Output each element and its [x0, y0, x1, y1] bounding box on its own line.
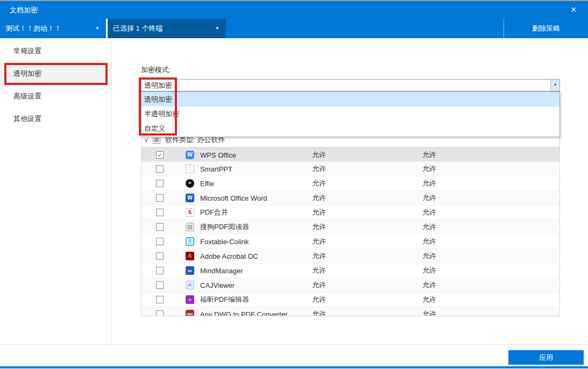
- row-checkbox[interactable]: [156, 281, 164, 289]
- table-row[interactable]: DWG Any DWG to PDF Converter 允许 允许: [141, 307, 559, 316]
- sidebar-item-other-settings[interactable]: 其他设置: [0, 108, 111, 130]
- table-row[interactable]: ✒ Effie 允许 允许: [141, 176, 559, 191]
- permission-2[interactable]: 允许: [422, 237, 436, 246]
- sogou-pdf-reader-icon: ⊡: [186, 223, 194, 231]
- permission-1[interactable]: 允许: [312, 266, 326, 275]
- table-row[interactable]: ⇅ PDF合并 允许 允许: [141, 205, 559, 220]
- table-row[interactable]: A Adobe Acrobat DC 允许 允许: [141, 249, 559, 264]
- app-name: PDF合并: [200, 208, 228, 217]
- software-table: ∨ 软件类型: 办公软件 ✓ W WPS Office 允许 允许 ▢ Smar…: [141, 132, 560, 316]
- effie-icon: ✒: [186, 179, 194, 188]
- ms-word-icon: W: [186, 194, 194, 202]
- encryption-mode-label: 加密模式:: [141, 65, 171, 75]
- document-encryption-dialog: 文档加密 ✕ 测试！！勿动！！ ▼ 已选择 1 个终端 ▼ 删除策略 常规设置透…: [0, 0, 588, 369]
- permission-1[interactable]: 允许: [312, 179, 326, 188]
- sidebar-item-advanced-settings[interactable]: 高级设置: [0, 85, 111, 108]
- permission-1[interactable]: 允许: [312, 150, 326, 160]
- app-name: MindManager: [200, 267, 243, 275]
- app-name: Any DWG to PDF Converter: [200, 310, 288, 317]
- table-row[interactable]: ⊡ 搜狗PDF阅读器 允许 允许: [141, 220, 559, 235]
- sidebar: 常规设置透明加密高级设置其他设置: [0, 38, 112, 344]
- permission-1[interactable]: 允许: [312, 193, 326, 203]
- table-row[interactable]: W Microsoft Office Word 允许 允许: [141, 191, 559, 205]
- foxtable-icon: ≣: [186, 237, 194, 246]
- dropdown-option-2[interactable]: 自定义: [141, 121, 559, 136]
- dialog-title: 文档加密: [10, 1, 38, 19]
- permission-2[interactable]: 允许: [422, 266, 436, 275]
- permission-1[interactable]: 允许: [312, 208, 326, 217]
- terminal-dropdown-label: 已选择 1 个终端: [113, 19, 162, 38]
- app-name: Microsoft Office Word: [200, 194, 267, 202]
- app-name: 搜狗PDF阅读器: [200, 222, 249, 232]
- smartppt-icon: ▢: [186, 165, 194, 173]
- permission-1[interactable]: 允许: [312, 295, 326, 304]
- encryption-mode-dropdown-list: 透明加密半透明加密自定义: [141, 91, 560, 137]
- group-checkbox-indeterminate[interactable]: [153, 136, 160, 144]
- app-name: WPS Office: [200, 151, 236, 159]
- terminal-dropdown[interactable]: 已选择 1 个终端 ▼: [108, 19, 226, 38]
- delete-policy-button[interactable]: 删除策略: [504, 19, 588, 38]
- sidebar-item-transparent-encryption[interactable]: 透明加密: [0, 62, 111, 85]
- row-checkbox[interactable]: [156, 267, 164, 274]
- close-icon[interactable]: ✕: [564, 1, 583, 19]
- table-row[interactable]: ➢ 福昕PDF编辑器 允许 允许: [141, 293, 559, 307]
- row-checkbox[interactable]: [156, 252, 164, 260]
- permission-2[interactable]: 允许: [422, 309, 436, 316]
- row-checkbox[interactable]: ✓: [156, 151, 164, 159]
- adobe-acrobat-icon: A: [186, 252, 194, 260]
- permission-2[interactable]: 允许: [422, 280, 436, 290]
- app-name: 福昕PDF编辑器: [200, 295, 249, 304]
- table-row[interactable]: ≣ Foxtable-Colink 允许 允许: [141, 235, 559, 249]
- permission-1[interactable]: 允许: [312, 309, 326, 316]
- foxit-pdf-editor-icon: ➢: [186, 295, 194, 304]
- window-bottom-edge: [0, 366, 588, 368]
- row-checkbox[interactable]: [156, 238, 164, 245]
- encryption-mode-combobox[interactable]: 透明加密 ▾: [141, 79, 560, 91]
- table-row[interactable]: ✓ W WPS Office 允许 允许: [141, 147, 559, 162]
- row-checkbox[interactable]: [156, 180, 164, 187]
- permission-2[interactable]: 允许: [422, 193, 436, 203]
- permission-1[interactable]: 允许: [312, 280, 326, 290]
- chevron-down-icon[interactable]: ∨: [144, 137, 148, 144]
- apply-button[interactable]: 应用: [508, 350, 584, 365]
- permission-2[interactable]: 允许: [422, 164, 436, 174]
- row-checkbox[interactable]: [156, 194, 164, 202]
- row-checkbox[interactable]: [156, 296, 164, 303]
- permission-2[interactable]: 允许: [422, 222, 436, 232]
- titlebar: 文档加密 ✕: [0, 1, 588, 19]
- app-name: Foxtable-Colink: [200, 238, 249, 246]
- sidebar-item-general-settings[interactable]: 常规设置: [0, 40, 111, 62]
- row-checkbox[interactable]: [156, 223, 164, 231]
- permission-1[interactable]: 允许: [312, 164, 326, 174]
- policy-dropdown[interactable]: 测试！！勿动！！ ▼: [0, 19, 106, 38]
- wps-office-icon: W: [186, 151, 194, 159]
- combobox-arrow-icon[interactable]: ▾: [550, 80, 559, 91]
- row-checkbox[interactable]: [156, 310, 164, 316]
- table-row[interactable]: ✍ CAJViewer 允许 允许: [141, 278, 559, 293]
- policy-dropdown-label: 测试！！勿动！！: [5, 19, 61, 38]
- sidebar-item-label: 常规设置: [13, 47, 41, 55]
- table-row[interactable]: ▢ SmartPPT 允许 允许: [141, 162, 559, 176]
- sidebar-item-label: 高级设置: [13, 92, 41, 100]
- pdf-merge-icon: ⇅: [186, 208, 194, 217]
- toolbar: 测试！！勿动！！ ▼ 已选择 1 个终端 ▼ 删除策略: [0, 19, 588, 38]
- dropdown-option-0[interactable]: 透明加密: [141, 92, 559, 107]
- permission-1[interactable]: 允许: [312, 237, 326, 246]
- combobox-value: 透明加密: [144, 80, 172, 91]
- dropdown-option-1[interactable]: 半透明加密: [141, 107, 559, 121]
- cajviewer-icon: ✍: [186, 281, 194, 289]
- permission-2[interactable]: 允许: [422, 295, 436, 304]
- row-checkbox[interactable]: [156, 209, 164, 216]
- row-checkbox[interactable]: [156, 165, 164, 173]
- permission-2[interactable]: 允许: [422, 150, 436, 160]
- permission-2[interactable]: 允许: [422, 179, 436, 188]
- sidebar-item-label: 其他设置: [13, 115, 41, 123]
- permission-2[interactable]: 允许: [422, 251, 436, 261]
- mindmanager-icon: ∞: [186, 266, 194, 275]
- permission-1[interactable]: 允许: [312, 251, 326, 261]
- permission-1[interactable]: 允许: [312, 222, 326, 232]
- permission-2[interactable]: 允许: [422, 208, 436, 217]
- chevron-down-icon: ▼: [215, 19, 219, 38]
- table-row[interactable]: ∞ MindManager 允许 允许: [141, 264, 559, 278]
- footer: 应用: [0, 344, 588, 367]
